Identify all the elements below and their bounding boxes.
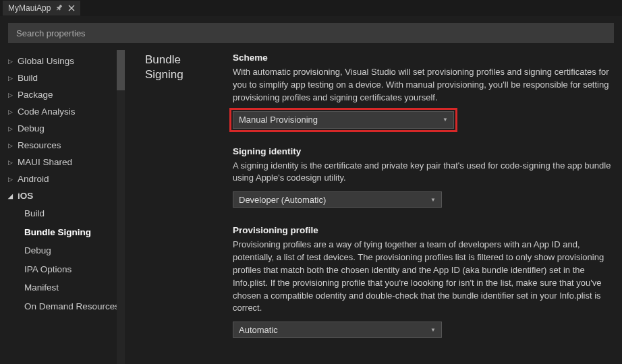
- provisioning-profile-value: Automatic: [239, 325, 278, 335]
- sidebar-sub-manifest[interactable]: Manifest: [24, 278, 125, 297]
- sidebar: ▷Global Usings ▷Build ▷Package ▷Code Ana…: [0, 50, 125, 364]
- chevron-down-icon: ▼: [430, 327, 436, 333]
- signing-identity-description: A signing identity is the certificate an…: [233, 160, 612, 185]
- sidebar-item-global-usings[interactable]: ▷Global Usings: [8, 53, 125, 69]
- sidebar-item-code-analysis[interactable]: ▷Code Analysis: [8, 103, 125, 120]
- sidebar-sub-debug[interactable]: Debug: [24, 241, 125, 260]
- scheme-dropdown[interactable]: Manual Provisioning ▼: [233, 111, 454, 129]
- scheme-setting: Scheme With automatic provisioning, Visu…: [233, 53, 612, 129]
- section-title: Bundle Signing: [145, 53, 219, 364]
- sidebar-sub-bundle-signing[interactable]: Bundle Signing: [24, 223, 125, 242]
- chevron-right-icon: ▷: [8, 109, 18, 115]
- sidebar-item-build[interactable]: ▷Build: [8, 69, 125, 86]
- scheme-label: Scheme: [233, 53, 612, 63]
- sidebar-sub-ipa-options[interactable]: IPA Options: [24, 260, 125, 279]
- scheme-description: With automatic provisioning, Visual Stud…: [233, 66, 612, 104]
- sidebar-sub-on-demand-resources[interactable]: On Demand Resources: [24, 297, 125, 316]
- signing-identity-value: Developer (Automatic): [239, 195, 326, 205]
- chevron-right-icon: ▷: [8, 159, 18, 166]
- provisioning-profile-setting: Provisioning profile Provisioning profil…: [233, 225, 612, 338]
- sidebar-item-debug[interactable]: ▷Debug: [8, 120, 125, 137]
- sidebar-item-package[interactable]: ▷Package: [8, 86, 125, 103]
- scrollbar-thumb[interactable]: [117, 50, 125, 90]
- chevron-down-icon: ▼: [430, 197, 436, 203]
- sidebar-item-android[interactable]: ▷Android: [8, 171, 125, 187]
- close-icon[interactable]: [68, 5, 75, 11]
- sidebar-item-maui-shared[interactable]: ▷MAUI Shared: [8, 154, 125, 171]
- content-panel: Bundle Signing Scheme With automatic pro…: [125, 50, 622, 364]
- scheme-value: Manual Provisioning: [239, 115, 318, 125]
- signing-identity-setting: Signing identity A signing identity is t…: [233, 146, 612, 208]
- chevron-right-icon: ▷: [8, 58, 18, 65]
- tab-bar: MyMauiApp: [0, 0, 622, 16]
- signing-identity-label: Signing identity: [233, 146, 612, 156]
- provisioning-profile-description: Provisioning profiles are a way of tying…: [233, 239, 612, 315]
- chevron-down-icon: ◢: [8, 193, 18, 200]
- tab-title: MyMauiApp: [8, 3, 51, 13]
- provisioning-profile-dropdown[interactable]: Automatic ▼: [233, 322, 442, 338]
- sidebar-scrollbar[interactable]: [117, 50, 125, 364]
- search-input[interactable]: Search properties: [8, 23, 614, 43]
- chevron-down-icon: ▼: [443, 117, 448, 123]
- sidebar-sub-build[interactable]: Build: [24, 204, 125, 223]
- chevron-right-icon: ▷: [8, 92, 18, 98]
- chevron-right-icon: ▷: [8, 142, 18, 149]
- search-placeholder: Search properties: [16, 28, 86, 38]
- pin-icon[interactable]: [56, 5, 63, 11]
- chevron-right-icon: ▷: [8, 75, 18, 82]
- signing-identity-dropdown[interactable]: Developer (Automatic) ▼: [233, 191, 442, 208]
- provisioning-profile-label: Provisioning profile: [233, 225, 612, 235]
- sidebar-item-resources[interactable]: ▷Resources: [8, 137, 125, 154]
- chevron-right-icon: ▷: [8, 176, 18, 183]
- sidebar-item-ios[interactable]: ◢iOS: [8, 187, 125, 204]
- active-tab[interactable]: MyMauiApp: [3, 1, 80, 16]
- chevron-right-icon: ▷: [8, 125, 18, 132]
